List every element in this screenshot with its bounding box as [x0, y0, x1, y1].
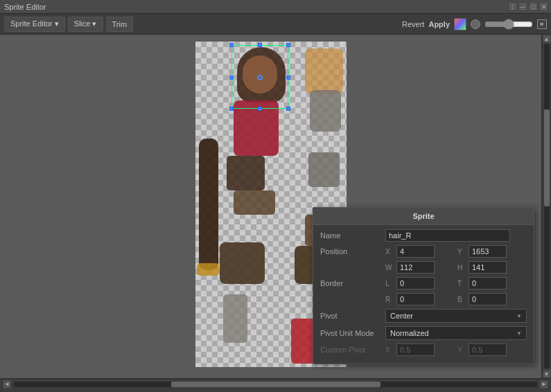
name-row: Name: [320, 229, 527, 242]
size-row: W H: [320, 261, 527, 274]
sprite-boot-left: [220, 242, 265, 284]
border-t-group: T: [457, 277, 527, 289]
dot-square-icon[interactable]: ■: [537, 19, 547, 29]
custom-pivot-label: Custom Pivot: [320, 346, 383, 354]
props-body: Name Position X Y: [313, 225, 534, 364]
w-label: W: [385, 264, 394, 271]
close-button[interactable]: ✕: [539, 2, 548, 11]
pivot-row: Pivot Center ▼: [320, 309, 527, 323]
sprite-small-piece: [234, 190, 275, 215]
apply-button[interactable]: Apply: [428, 20, 450, 28]
position-y-input[interactable]: [469, 245, 507, 258]
pivot-dot: [257, 75, 263, 80]
pivot-select[interactable]: Center ▼: [385, 309, 527, 323]
t-label: T: [457, 280, 466, 287]
pivot-unit-select-wrap: Normalized ▼: [385, 326, 527, 340]
pivot-unit-chevron-down-icon: ▼: [516, 330, 522, 337]
handle-bm[interactable]: [258, 107, 262, 111]
trim-button[interactable]: Trim: [106, 17, 134, 32]
handle-tl[interactable]: [229, 43, 234, 47]
properties-panel: Sprite Name Position X Y: [313, 207, 534, 364]
cx-group: X: [385, 344, 455, 356]
pivot-unit-row: Pivot Unit Mode Normalized ▼: [320, 326, 527, 340]
sprite-editor-menu-label: Sprite Editor ▾: [10, 19, 59, 28]
pivot-unit-value: Normalized: [390, 329, 429, 337]
custom-pivot-row: Custom Pivot X Y: [320, 344, 527, 356]
width-group: W: [385, 261, 455, 274]
cx-label: X: [385, 346, 394, 354]
vertical-scrollbar[interactable]: ▲ ▼: [541, 35, 551, 378]
pivot-value: Center: [390, 312, 413, 320]
position-x-input[interactable]: [396, 245, 435, 258]
window-controls: ⋮ ─ □ ✕: [508, 2, 548, 11]
handle-mr[interactable]: [286, 75, 290, 80]
pivot-select-wrap: Center ▼: [385, 309, 527, 323]
position-x-group: X: [385, 245, 455, 258]
vertical-scroll-thumb[interactable]: [544, 109, 550, 206]
canvas-area[interactable]: Sprite Name Position X Y: [0, 35, 541, 378]
border-b-group: B: [457, 293, 527, 305]
border-lt-row: Border L T: [320, 277, 527, 289]
x-label: X: [385, 248, 394, 256]
sprite-torso: [234, 100, 279, 156]
sprite-arm-right: [305, 48, 343, 93]
r-label: R: [385, 296, 394, 303]
cy-group: Y: [457, 344, 527, 356]
sprite-lower-body: [227, 156, 265, 190]
cy-label: Y: [457, 346, 466, 354]
trim-label: Trim: [112, 20, 128, 28]
slider-area: [484, 20, 533, 28]
toolbar-right: Revert Apply ■: [402, 18, 547, 30]
horizontal-scroll-track[interactable]: [14, 382, 537, 387]
border-rb-row: R B: [320, 293, 527, 305]
name-input[interactable]: [385, 229, 510, 242]
props-header: Sprite: [313, 208, 534, 225]
vertical-scroll-track[interactable]: [544, 44, 550, 368]
handle-br[interactable]: [286, 107, 290, 111]
color-picker-icon[interactable]: [454, 18, 466, 30]
sprite-gray-piece: [310, 90, 341, 132]
horizontal-scrollbar[interactable]: ◄ ►: [0, 378, 551, 389]
scroll-up-button[interactable]: ▲: [543, 35, 551, 43]
border-b-input[interactable]: [469, 293, 507, 305]
border-r-input[interactable]: [396, 293, 435, 305]
sprite-braid-ornament: [197, 263, 219, 276]
name-label: Name: [320, 231, 383, 240]
border-label: Border: [320, 279, 383, 287]
custom-pivot-x-input[interactable]: [396, 344, 435, 356]
revert-button[interactable]: Revert: [402, 20, 424, 28]
pivot-unit-label: Pivot Unit Mode: [320, 329, 383, 337]
horizontal-scroll-thumb[interactable]: [171, 382, 381, 387]
window-title: Sprite Editor: [4, 3, 46, 11]
zoom-slider[interactable]: [484, 20, 533, 28]
border-l-input[interactable]: [396, 277, 435, 289]
pivot-chevron-down-icon: ▼: [516, 313, 522, 319]
height-input[interactable]: [469, 261, 507, 274]
position-y-group: Y: [457, 245, 527, 258]
border-t-input[interactable]: [469, 277, 507, 289]
handle-ml[interactable]: [229, 75, 234, 80]
pivot-unit-select[interactable]: Normalized ▼: [385, 326, 527, 340]
custom-pivot-y-input[interactable]: [469, 344, 507, 356]
scroll-right-button[interactable]: ►: [540, 380, 548, 389]
width-input[interactable]: [396, 261, 435, 274]
slice-menu-button[interactable]: Slice ▾: [68, 17, 103, 32]
scroll-left-button[interactable]: ◄: [3, 380, 11, 389]
scroll-down-button[interactable]: ▼: [543, 370, 551, 378]
border-r-group: R: [385, 293, 455, 305]
dot-circle-icon[interactable]: [471, 19, 480, 29]
sprite-editor-menu-button[interactable]: Sprite Editor ▾: [4, 17, 65, 32]
handle-tr[interactable]: [286, 43, 290, 47]
handle-tm[interactable]: [258, 43, 262, 47]
maximize-button[interactable]: □: [529, 2, 538, 11]
border-l-group: L: [385, 277, 455, 289]
sprite-leg: [223, 294, 247, 343]
minimize-button[interactable]: ─: [518, 2, 527, 11]
sprite-gray-lower: [308, 152, 340, 187]
more-vert-icon[interactable]: ⋮: [508, 2, 517, 11]
title-bar: Sprite Editor ⋮ ─ □ ✕: [0, 0, 551, 14]
position-label: Position: [320, 247, 383, 256]
handle-bl[interactable]: [229, 107, 234, 111]
h-label: H: [457, 264, 466, 271]
position-row: Position X Y: [320, 245, 527, 258]
